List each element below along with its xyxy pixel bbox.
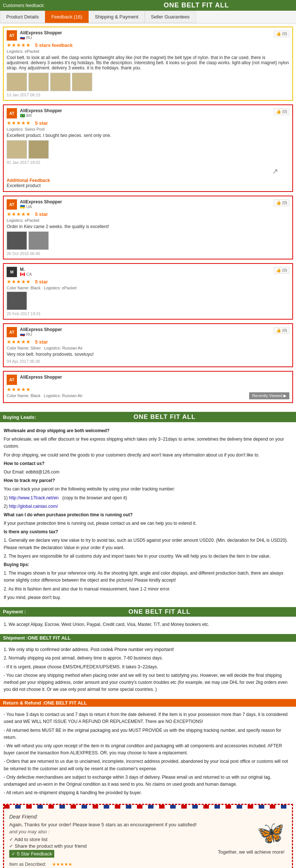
- review-text-5: Very nice belt. horoshy prodovets. sovet…: [7, 352, 289, 357]
- avatar-2: AT: [7, 108, 17, 118]
- ship-line-3: - If it is urgent, please choose EMS/DHL…: [4, 664, 292, 671]
- payment-title: ONE BELT FIT ALL: [26, 608, 293, 616]
- review-card-2: 👍 (0) AT AliExpress Shopper 🇧🇷 BR ★★★★★ …: [3, 104, 293, 192]
- review-date-3: 26 Oct 2016 06:40: [7, 251, 289, 256]
- return-line-2: - All returned items MUST BE in the orig…: [4, 727, 292, 741]
- reviewer-country-2: 🇧🇷 BR: [20, 113, 62, 118]
- buying-leads-title: ONE BELT FIT ALL: [36, 413, 293, 421]
- tab-product-details[interactable]: Product Details: [0, 11, 45, 23]
- bl-line-10: What can I do when purchase protection t…: [4, 512, 292, 519]
- thank-main-text: Again, Thanks for your order! Please lea…: [9, 822, 287, 827]
- reviewer-country-5: 🇷🇺 RU: [20, 332, 62, 337]
- bl-line-18: If you mind, please don't buy.: [4, 594, 292, 601]
- together-text: Together, we will achieve more!: [218, 849, 285, 855]
- review-date-4: 25 Feb 2017 19:31: [7, 311, 289, 316]
- additional-text-2: Excellent product: [7, 183, 289, 188]
- payment-banner: Payment : ONE BELT FIT ALL: [0, 607, 296, 617]
- bl-line-11: If your purchase protection time is runn…: [4, 520, 292, 527]
- ship-line-2: 2. Normally shipping via post airmail, d…: [4, 655, 292, 662]
- like-button-5[interactable]: 👍 (0): [274, 327, 290, 334]
- bl-line-5: Our Email: edbltd@126.com: [4, 469, 292, 476]
- check-item-2: Share the product with your friend: [9, 843, 287, 849]
- track-link-1[interactable]: http://www.17track.net/en: [9, 495, 59, 500]
- bl-line-8: 1) http://www.17track.net/en (copy to th…: [4, 495, 292, 502]
- stars-4: ★★★★★: [7, 279, 31, 285]
- review-img: [72, 73, 92, 91]
- bl-line-6: How to track my parcel?: [4, 477, 292, 484]
- shipment-title: ONE BELT FIT ALL: [28, 635, 70, 641]
- avatar-3: AT: [7, 199, 17, 210]
- rating-stars-1: ★★★★★: [52, 862, 72, 867]
- review-images-1: [7, 73, 289, 91]
- reviewer-name-2: AliExpress Shopper: [20, 108, 62, 113]
- buying-leads-label: Buying Leads:: [3, 414, 36, 420]
- like-button-1[interactable]: 👍 (0): [274, 30, 290, 37]
- review-label-3: 5 star: [35, 211, 48, 217]
- shipment-content: 1. We only ship to confirmed order addre…: [0, 643, 296, 698]
- buying-leads-content: Wholesale and drop shipping are both wel…: [0, 424, 296, 606]
- butterfly-icon: 🦋: [257, 820, 285, 846]
- review-images-3: [7, 231, 289, 250]
- avatar-4: M: [7, 267, 17, 277]
- additional-feedback-label-2: Additional Feedback: [7, 178, 289, 183]
- reviewer-name-4: M.: [20, 267, 32, 272]
- payment-content: 1. We accept Alipay, Escrow, West Union,…: [0, 618, 296, 633]
- tab-shipping-payment[interactable]: Shipping & Payment: [89, 11, 145, 23]
- avatar-6: AT: [7, 375, 17, 385]
- bl-line-12: Is there any customs tax?: [4, 528, 292, 535]
- review-img: [7, 231, 27, 250]
- track-link-2[interactable]: http://global.cainiao.com/: [9, 504, 58, 509]
- logistics-6: Color Name: Black Logistics: Russian Air: [7, 393, 289, 398]
- review-img: [7, 140, 27, 159]
- bl-line-9: 2) http://global.cainiao.com/: [4, 503, 292, 510]
- stars-1: ★★★★★: [7, 42, 31, 48]
- like-button-2[interactable]: 👍 (0): [274, 108, 290, 115]
- reviewer-name-5: AliExpress Shopper: [20, 327, 62, 332]
- reviewer-country-1: 🇷🇺 RU: [20, 35, 62, 40]
- review-card-3: 👍 (0) AT AliExpress Shopper 🇺🇦 UA ★★★★★ …: [3, 196, 293, 259]
- review-date-2: 01 Jan 2017 18:02: [7, 160, 289, 165]
- recently-viewed-button[interactable]: Recently Viewed ▶: [249, 392, 289, 399]
- review-date-5: 04 Apr 2017 06:38: [7, 359, 289, 364]
- review-card-6: Recently Viewed ▶ AT AliExpress Shopper …: [3, 371, 293, 403]
- avatar-1: AT: [7, 30, 17, 41]
- review-card-4: 👍 (0) M M. 🇨🇦 CA ★★★★★ 5 star Color Name…: [3, 263, 293, 320]
- return-refund-banner: Return & Refund : ONE BELT FIT ALL: [0, 699, 296, 707]
- tab-seller-guarantees[interactable]: Seller Guarantees: [145, 11, 196, 23]
- feedback-section: 👍 (0) AT AliExpress Shopper 🇷🇺 RU ★★★★★ …: [0, 24, 296, 410]
- stars-5: ★★★★★: [7, 339, 31, 345]
- you-may-text: and you may also :: [9, 829, 287, 834]
- review-date-1: 13 Jan 2017 06:13: [7, 93, 289, 97]
- tab-feedback[interactable]: Feedback (16): [45, 11, 89, 23]
- review-label-5: 5 star: [35, 339, 48, 345]
- thank-you-card: Dear Friend: Again, Thanks for your orde…: [3, 804, 293, 868]
- review-label-1: 5 stars feedback: [35, 42, 73, 48]
- review-card-5: 👍 (0) AT AliExpress Shopper 🇷🇺 RU ★★★★★ …: [3, 323, 293, 367]
- return-title: ONE BELT FIT ALL: [44, 700, 87, 706]
- customers-feedback-label: Customers feedback:: [3, 3, 100, 8]
- payment-label: Payment :: [3, 609, 26, 614]
- review-card-1: 👍 (0) AT AliExpress Shopper 🇷🇺 RU ★★★★★ …: [3, 27, 293, 101]
- bl-line-1: Wholesale and drop shipping are both wel…: [4, 427, 292, 434]
- like-button-4[interactable]: 👍 (0): [274, 267, 290, 274]
- bl-line-15: Buying tips:: [4, 561, 292, 568]
- check-item-1: Add to store list: [9, 837, 287, 842]
- return-line-6: - All return and re-shipment shipping & …: [4, 789, 292, 796]
- return-label: Return & Refund :: [3, 700, 44, 706]
- review-text-1: Cool belt. to look at all well. the clas…: [7, 55, 289, 70]
- check-item-3: 5 Star Feedback: [9, 850, 54, 858]
- like-button-3[interactable]: 👍 (0): [274, 199, 290, 206]
- cursor-icon: ↗: [272, 167, 278, 176]
- reviewer-country-4: 🇨🇦 CA: [20, 272, 32, 277]
- reviewer-name-1: AliExpress Shopper: [20, 30, 62, 35]
- review-img: [28, 231, 49, 250]
- shipment-banner: Shipment : ONE BELT FIT ALL: [0, 634, 296, 642]
- review-img: [28, 140, 49, 159]
- stars-3: ★★★★★: [7, 211, 31, 217]
- ship-line-1: 1. We only ship to confirmed order addre…: [4, 646, 292, 653]
- stars-2: ★★★★★: [7, 120, 31, 126]
- bl-line-17: 2. As this is fashion item and also due …: [4, 586, 292, 593]
- review-img: [50, 73, 70, 91]
- reviewer-country-3: 🇺🇦 UA: [20, 204, 62, 209]
- review-label-4: 5 star: [35, 279, 48, 285]
